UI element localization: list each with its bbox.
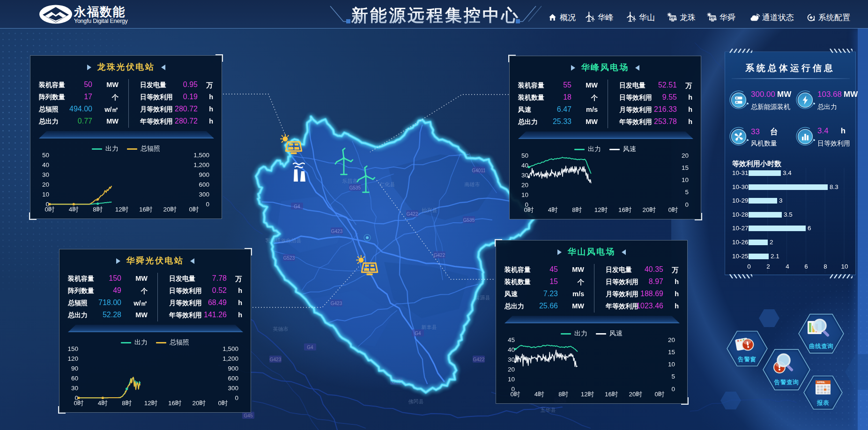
svg-text:报表: 报表 bbox=[816, 400, 829, 406]
svg-text:APRIL: APRIL bbox=[817, 381, 825, 384]
svg-text:告警窗: 告警窗 bbox=[738, 356, 757, 363]
svg-text:曲线查询: 曲线查询 bbox=[809, 343, 833, 350]
svg-text:告警查询: 告警查询 bbox=[774, 379, 799, 386]
